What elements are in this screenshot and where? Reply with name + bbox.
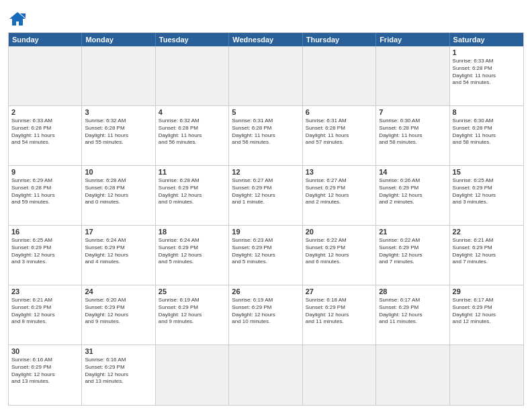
- day-number: 7: [379, 108, 446, 116]
- cal-cell: 19Sunrise: 6:23 AM Sunset: 6:29 PM Dayli…: [229, 226, 302, 285]
- cal-cell: [450, 345, 523, 405]
- day-content: Sunrise: 6:32 AM Sunset: 6:28 PM Dayligh…: [159, 118, 226, 146]
- day-content: Sunrise: 6:16 AM Sunset: 6:29 PM Dayligh…: [11, 357, 79, 385]
- day-content: Sunrise: 6:23 AM Sunset: 6:29 PM Dayligh…: [232, 237, 299, 266]
- day-number: 15: [453, 168, 521, 176]
- day-number: 9: [11, 168, 79, 176]
- logo-area: [8, 7, 28, 28]
- day-number: 1: [453, 48, 521, 56]
- cal-cell: [303, 345, 376, 405]
- day-number: 13: [306, 168, 373, 176]
- cal-cell: 5Sunrise: 6:31 AM Sunset: 6:28 PM Daylig…: [229, 106, 302, 165]
- cal-cell: [82, 46, 155, 105]
- cal-cell: 28Sunrise: 6:17 AM Sunset: 6:29 PM Dayli…: [376, 285, 449, 345]
- day-content: Sunrise: 6:19 AM Sunset: 6:29 PM Dayligh…: [232, 297, 299, 326]
- day-number: 17: [85, 228, 152, 236]
- weekday-header-monday: Monday: [82, 33, 155, 46]
- day-content: Sunrise: 6:31 AM Sunset: 6:28 PM Dayligh…: [306, 118, 373, 146]
- cal-cell: 12Sunrise: 6:27 AM Sunset: 6:29 PM Dayli…: [229, 166, 302, 225]
- calendar-body: 1Sunrise: 6:33 AM Sunset: 6:28 PM Daylig…: [9, 46, 523, 405]
- day-content: Sunrise: 6:25 AM Sunset: 6:29 PM Dayligh…: [11, 237, 79, 266]
- day-content: Sunrise: 6:21 AM Sunset: 6:29 PM Dayligh…: [11, 297, 79, 326]
- cal-cell: 11Sunrise: 6:28 AM Sunset: 6:29 PM Dayli…: [156, 166, 229, 225]
- day-content: Sunrise: 6:30 AM Sunset: 6:28 PM Dayligh…: [453, 118, 521, 146]
- cal-cell: [229, 345, 302, 405]
- day-number: 2: [11, 108, 79, 116]
- day-content: Sunrise: 6:32 AM Sunset: 6:28 PM Dayligh…: [85, 118, 152, 146]
- day-content: Sunrise: 6:16 AM Sunset: 6:29 PM Dayligh…: [85, 357, 152, 385]
- day-number: 28: [379, 287, 446, 295]
- day-number: 26: [232, 287, 299, 295]
- day-content: Sunrise: 6:24 AM Sunset: 6:29 PM Dayligh…: [85, 237, 152, 266]
- day-content: Sunrise: 6:31 AM Sunset: 6:28 PM Dayligh…: [232, 118, 299, 146]
- day-number: 5: [232, 108, 299, 116]
- day-number: 3: [85, 108, 152, 116]
- day-number: 21: [379, 228, 446, 236]
- day-content: Sunrise: 6:27 AM Sunset: 6:29 PM Dayligh…: [306, 177, 373, 206]
- day-content: Sunrise: 6:28 AM Sunset: 6:28 PM Dayligh…: [85, 177, 152, 206]
- day-content: Sunrise: 6:21 AM Sunset: 6:29 PM Dayligh…: [453, 237, 521, 266]
- cal-cell: 25Sunrise: 6:19 AM Sunset: 6:29 PM Dayli…: [156, 285, 229, 345]
- cal-cell: 29Sunrise: 6:17 AM Sunset: 6:29 PM Dayli…: [450, 285, 523, 345]
- cal-cell: 24Sunrise: 6:20 AM Sunset: 6:29 PM Dayli…: [82, 285, 155, 345]
- week-row-5: 30Sunrise: 6:16 AM Sunset: 6:29 PM Dayli…: [9, 345, 523, 405]
- day-content: Sunrise: 6:19 AM Sunset: 6:29 PM Dayligh…: [159, 297, 226, 326]
- day-number: 27: [306, 287, 373, 295]
- week-row-1: 2Sunrise: 6:33 AM Sunset: 6:28 PM Daylig…: [9, 106, 523, 166]
- cal-cell: 26Sunrise: 6:19 AM Sunset: 6:29 PM Dayli…: [229, 285, 302, 345]
- week-row-3: 16Sunrise: 6:25 AM Sunset: 6:29 PM Dayli…: [9, 226, 523, 285]
- cal-cell: [376, 345, 449, 405]
- day-number: 19: [232, 228, 299, 236]
- weekday-header-thursday: Thursday: [303, 33, 376, 46]
- day-number: 4: [159, 108, 226, 116]
- cal-cell: 16Sunrise: 6:25 AM Sunset: 6:29 PM Dayli…: [9, 226, 82, 285]
- day-number: 23: [11, 287, 79, 295]
- day-content: Sunrise: 6:26 AM Sunset: 6:29 PM Dayligh…: [379, 177, 446, 206]
- calendar-header: SundayMondayTuesdayWednesdayThursdayFrid…: [9, 33, 523, 46]
- day-number: 22: [453, 228, 521, 236]
- cal-cell: [376, 46, 449, 105]
- weekday-header-friday: Friday: [376, 33, 449, 46]
- cal-cell: 7Sunrise: 6:30 AM Sunset: 6:28 PM Daylig…: [376, 106, 449, 165]
- day-number: 10: [85, 168, 152, 176]
- day-number: 16: [11, 228, 79, 236]
- cal-cell: 30Sunrise: 6:16 AM Sunset: 6:29 PM Dayli…: [9, 345, 82, 405]
- day-content: Sunrise: 6:33 AM Sunset: 6:28 PM Dayligh…: [11, 118, 79, 146]
- day-number: 25: [159, 287, 226, 295]
- day-content: Sunrise: 6:17 AM Sunset: 6:29 PM Dayligh…: [453, 297, 521, 326]
- day-number: 20: [306, 228, 373, 236]
- cal-cell: 31Sunrise: 6:16 AM Sunset: 6:29 PM Dayli…: [82, 345, 155, 405]
- cal-cell: 9Sunrise: 6:29 AM Sunset: 6:28 PM Daylig…: [9, 166, 82, 225]
- day-content: Sunrise: 6:33 AM Sunset: 6:28 PM Dayligh…: [453, 58, 521, 87]
- cal-cell: [9, 46, 82, 105]
- day-content: Sunrise: 6:25 AM Sunset: 6:29 PM Dayligh…: [453, 177, 521, 206]
- day-number: 11: [159, 168, 226, 176]
- calendar-page: SundayMondayTuesdayWednesdayThursdayFrid…: [0, 0, 532, 411]
- day-number: 6: [306, 108, 373, 116]
- day-content: Sunrise: 6:28 AM Sunset: 6:29 PM Dayligh…: [159, 177, 226, 206]
- cal-cell: 17Sunrise: 6:24 AM Sunset: 6:29 PM Dayli…: [82, 226, 155, 285]
- cal-cell: 15Sunrise: 6:25 AM Sunset: 6:29 PM Dayli…: [450, 166, 523, 225]
- week-row-2: 9Sunrise: 6:29 AM Sunset: 6:28 PM Daylig…: [9, 166, 523, 226]
- cal-cell: 2Sunrise: 6:33 AM Sunset: 6:28 PM Daylig…: [9, 106, 82, 165]
- cal-cell: 8Sunrise: 6:30 AM Sunset: 6:28 PM Daylig…: [450, 106, 523, 165]
- week-row-0: 1Sunrise: 6:33 AM Sunset: 6:28 PM Daylig…: [9, 46, 523, 106]
- day-number: 14: [379, 168, 446, 176]
- day-number: 29: [453, 287, 521, 295]
- cal-cell: [229, 46, 302, 105]
- day-content: Sunrise: 6:27 AM Sunset: 6:29 PM Dayligh…: [232, 177, 299, 206]
- cal-cell: [303, 46, 376, 105]
- day-content: Sunrise: 6:22 AM Sunset: 6:29 PM Dayligh…: [306, 237, 373, 266]
- day-number: 18: [159, 228, 226, 236]
- cal-cell: 20Sunrise: 6:22 AM Sunset: 6:29 PM Dayli…: [303, 226, 376, 285]
- day-content: Sunrise: 6:30 AM Sunset: 6:28 PM Dayligh…: [379, 118, 446, 146]
- logo-icon: [8, 9, 27, 28]
- cal-cell: [156, 46, 229, 105]
- cal-cell: 27Sunrise: 6:18 AM Sunset: 6:29 PM Dayli…: [303, 285, 376, 345]
- cal-cell: 22Sunrise: 6:21 AM Sunset: 6:29 PM Dayli…: [450, 226, 523, 285]
- cal-cell: 14Sunrise: 6:26 AM Sunset: 6:29 PM Dayli…: [376, 166, 449, 225]
- weekday-header-wednesday: Wednesday: [229, 33, 302, 46]
- day-content: Sunrise: 6:24 AM Sunset: 6:29 PM Dayligh…: [159, 237, 226, 266]
- day-content: Sunrise: 6:17 AM Sunset: 6:29 PM Dayligh…: [379, 297, 446, 326]
- day-number: 31: [85, 347, 152, 355]
